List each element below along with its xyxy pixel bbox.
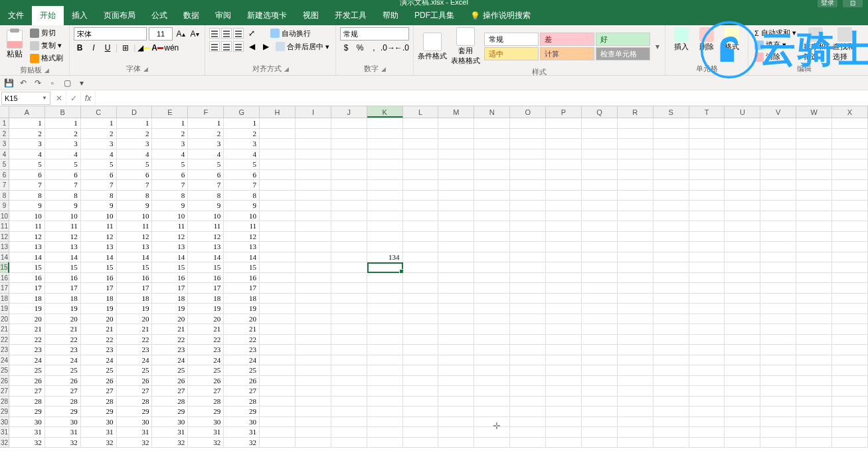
cell[interactable] [796,314,832,325]
cell[interactable] [760,324,796,335]
cell[interactable] [618,252,653,263]
cell[interactable] [438,221,474,232]
copy-button[interactable]: 复制 ▾ [28,40,65,51]
cell[interactable] [796,118,832,129]
cell[interactable] [510,386,546,397]
increase-decimal-icon[interactable]: .0→ [382,42,394,54]
cell[interactable] [832,273,868,284]
cell[interactable]: 24 [45,355,81,366]
cell[interactable] [832,438,868,448]
cell[interactable] [474,139,510,149]
cell[interactable]: 23 [117,345,153,355]
cell[interactable]: 27 [224,386,260,397]
cell[interactable]: 26 [45,376,81,387]
cell[interactable]: 22 [117,335,153,345]
cell[interactable] [474,232,510,242]
dialog-launcher-icon[interactable]: ◢ [44,67,49,74]
cell[interactable] [618,118,653,129]
cell[interactable]: 4 [81,149,117,160]
cell[interactable]: 28 [224,397,260,407]
cell[interactable]: 20 [9,314,45,325]
cell[interactable] [582,324,618,335]
cell[interactable] [403,232,439,242]
cell[interactable] [653,139,689,149]
cell[interactable] [403,118,439,129]
cell[interactable] [331,139,367,149]
cell[interactable] [438,139,474,149]
cell[interactable] [474,386,510,397]
cell[interactable] [760,438,796,448]
cell[interactable] [832,159,868,170]
cell[interactable] [582,355,618,366]
cell[interactable] [367,149,403,160]
cell[interactable]: 26 [81,376,117,387]
cell[interactable] [582,273,618,284]
cell[interactable] [260,252,296,263]
bold-button[interactable]: B [74,42,86,54]
cell[interactable] [260,118,296,129]
cell[interactable] [546,159,582,170]
row-header[interactable]: 10 [0,211,9,222]
styles-more-icon[interactable]: ▾ [654,42,661,51]
cell[interactable] [510,345,546,355]
cell[interactable]: 15 [9,262,45,273]
cell[interactable] [725,438,760,448]
cell[interactable] [403,427,439,438]
cell[interactable] [618,335,653,345]
cell[interactable]: 21 [188,324,224,335]
cell[interactable]: 8 [45,191,81,201]
cell[interactable]: 32 [45,438,81,448]
cell[interactable] [760,242,796,252]
cell[interactable] [618,129,653,139]
cell[interactable] [438,273,474,284]
cell[interactable]: 30 [224,417,260,428]
align-center-icon[interactable] [221,41,232,52]
cell[interactable] [582,417,618,428]
cell[interactable]: 32 [224,438,260,448]
increase-font-icon[interactable]: A▴ [175,28,187,40]
cell[interactable] [296,314,331,325]
underline-button[interactable]: U [102,42,114,54]
cell[interactable] [796,335,832,345]
cell[interactable]: 21 [45,324,81,335]
cell[interactable] [331,273,367,284]
cell[interactable] [546,221,582,232]
row-header[interactable]: 8 [0,191,9,201]
cell[interactable] [582,438,618,448]
cell[interactable] [331,262,367,273]
cell[interactable] [796,149,832,160]
cell[interactable] [546,386,582,397]
fill-button[interactable]: 填充 ▾ [752,39,798,50]
tab-公式[interactable]: 公式 [143,6,175,25]
cell[interactable] [832,252,868,263]
cell[interactable]: 134 [367,252,403,263]
cell[interactable]: 13 [117,242,153,252]
cell[interactable]: 16 [224,273,260,284]
cell[interactable] [546,417,582,428]
cell[interactable] [296,262,331,273]
cell[interactable]: 9 [9,201,45,211]
cell[interactable] [474,304,510,314]
cell[interactable]: 28 [9,397,45,407]
cell[interactable] [546,438,582,448]
cell[interactable]: 17 [224,283,260,294]
cell[interactable] [403,304,439,314]
cell[interactable] [618,283,653,294]
cell[interactable] [296,201,331,211]
cell[interactable] [296,427,331,438]
cell[interactable]: 8 [224,191,260,201]
row-header[interactable]: 31 [0,427,9,438]
cell[interactable]: 22 [152,335,188,345]
redo-icon[interactable]: ↷ [33,78,43,88]
cell[interactable] [260,376,296,387]
cell[interactable]: 5 [9,159,45,170]
cell[interactable] [689,211,725,222]
cell[interactable] [331,211,367,222]
style-neutral[interactable]: 适中 [484,47,539,60]
cell[interactable]: 15 [224,262,260,273]
cell[interactable] [725,242,760,252]
cell[interactable] [796,180,832,191]
cell[interactable]: 4 [45,149,81,160]
cell[interactable] [618,170,653,181]
cell[interactable] [653,355,689,366]
